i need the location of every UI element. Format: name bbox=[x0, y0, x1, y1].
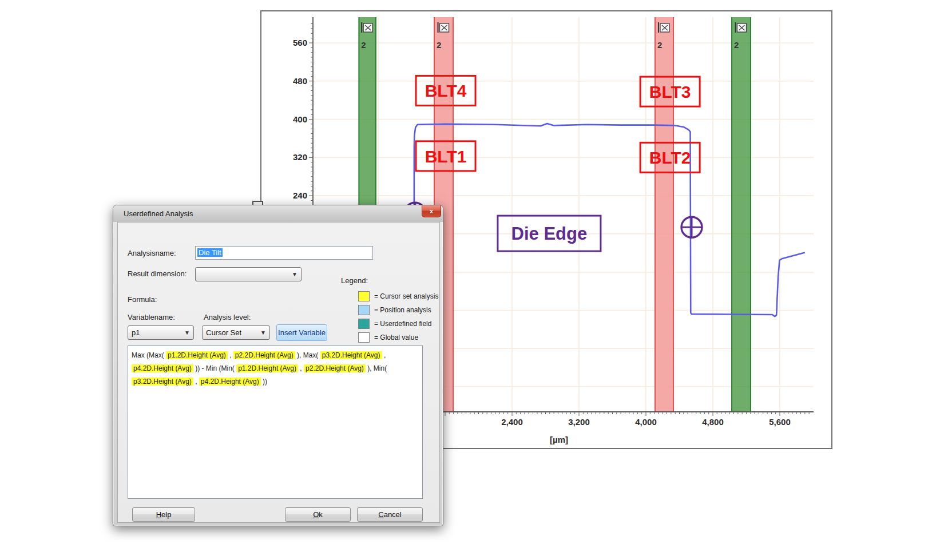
x-axis-unit-label: [µm] bbox=[550, 435, 568, 444]
variablename-dropdown[interactable]: p1 ▼ bbox=[128, 325, 194, 340]
dialog-title: Userdefined Analysis bbox=[124, 209, 193, 218]
variablename-label: Variablename: bbox=[128, 313, 175, 321]
legend-item-label: = Userdefined field bbox=[374, 320, 431, 328]
y-tick-label: 400 bbox=[293, 114, 307, 124]
x-tick-label: 5,600 bbox=[769, 417, 791, 427]
analysisname-label: Analysisname: bbox=[128, 249, 176, 257]
legend-item-label: = Global value bbox=[374, 333, 418, 341]
dialog-titlebar[interactable]: Userdefined Analysis x bbox=[113, 205, 443, 222]
variablename-value: p1 bbox=[132, 328, 140, 337]
y-tick-label: 480 bbox=[293, 76, 307, 86]
band-count-label: 2 bbox=[734, 40, 739, 50]
formula-editor[interactable]: Max (Max( p1.2D.Height (Avg) , p2.2D.Hei… bbox=[128, 345, 423, 499]
band-count-label: 2 bbox=[657, 40, 662, 50]
svg-text:BLT3: BLT3 bbox=[649, 82, 691, 101]
formula-label: Formula: bbox=[128, 295, 157, 304]
formula-variable-token: p4.2D.Height (Avg) bbox=[199, 378, 261, 386]
y-tick-label: 240 bbox=[293, 190, 307, 200]
analysisname-input[interactable]: Die Tilt bbox=[195, 246, 373, 260]
legend-swatch bbox=[358, 332, 370, 343]
ok-button[interactable]: Ok bbox=[285, 507, 351, 522]
help-button[interactable]: Help bbox=[132, 507, 195, 522]
screen: { "dialog": { "title": "Userdefined Anal… bbox=[0, 0, 944, 560]
analysis-level-dropdown[interactable]: Cursor Set ▼ bbox=[202, 325, 270, 340]
svg-text:BLT4: BLT4 bbox=[425, 81, 467, 100]
chevron-down-icon: ▼ bbox=[260, 326, 266, 339]
formula-variable-token: p1.2D.Height (Avg) bbox=[166, 351, 228, 359]
chevron-down-icon: ▼ bbox=[292, 268, 298, 281]
analysis-level-value: Cursor Set bbox=[206, 328, 241, 337]
legend-swatch bbox=[358, 305, 370, 315]
formula-variable-token: p4.2D.Height (Avg) bbox=[132, 364, 193, 372]
userdefined-field-band-4[interactable]: 2 bbox=[732, 17, 751, 412]
close-icon: x bbox=[430, 208, 433, 215]
x-tick-label: 4,000 bbox=[635, 417, 657, 427]
x-tick-label: 2,400 bbox=[501, 417, 523, 427]
cursor-window-icon bbox=[362, 22, 372, 33]
userdefined-analysis-dialog: Userdefined Analysis x Analysisname: Die… bbox=[113, 205, 443, 526]
cancel-button[interactable]: Cancel bbox=[357, 507, 423, 522]
y-tick-label: 560 bbox=[293, 38, 307, 47]
close-button[interactable]: x bbox=[422, 205, 441, 217]
band-count-label: 2 bbox=[361, 40, 366, 50]
analysis-level-label: Analysis level: bbox=[204, 313, 251, 321]
formula-variable-token: p2.2D.Height (Avg) bbox=[304, 364, 366, 372]
result-dimension-dropdown[interactable]: ▼ bbox=[195, 267, 302, 281]
legend-item-label: = Position analysis bbox=[374, 306, 431, 314]
chevron-down-icon: ▼ bbox=[184, 326, 190, 339]
cursor-window-icon bbox=[736, 22, 747, 33]
y-tick-label: 320 bbox=[293, 152, 307, 162]
x-tick-label: 3,200 bbox=[568, 417, 590, 427]
cursor-window-icon bbox=[438, 22, 449, 33]
legend-swatch bbox=[358, 291, 370, 301]
svg-text:Die Edge: Die Edge bbox=[511, 224, 588, 244]
legend-title: Legend: bbox=[341, 276, 368, 285]
x-tick-label: 4,800 bbox=[702, 417, 724, 427]
svg-text:BLT1: BLT1 bbox=[425, 147, 467, 166]
legend-item-label: = Cursor set analysis bbox=[374, 292, 438, 300]
formula-variable-token: p1.2D.Height (Avg) bbox=[236, 364, 298, 372]
cursor-window-icon bbox=[659, 22, 669, 33]
result-dimension-label: Result dimension: bbox=[128, 269, 187, 278]
annotation-die-edge: Die Edge bbox=[498, 216, 601, 251]
formula-variable-token: p3.2D.Height (Avg) bbox=[132, 378, 193, 386]
analysisname-value: Die Tilt bbox=[197, 248, 223, 257]
formula-variable-token: p2.2D.Height (Avg) bbox=[233, 351, 295, 359]
die-edge-marker-icon[interactable] bbox=[681, 217, 702, 237]
svg-text:BLT2: BLT2 bbox=[649, 148, 691, 167]
band-count-label: 2 bbox=[437, 40, 441, 50]
insert-variable-button[interactable]: Insert Variable bbox=[276, 324, 327, 341]
formula-variable-token: p3.2D.Height (Avg) bbox=[320, 351, 382, 359]
legend-swatch bbox=[358, 319, 370, 329]
